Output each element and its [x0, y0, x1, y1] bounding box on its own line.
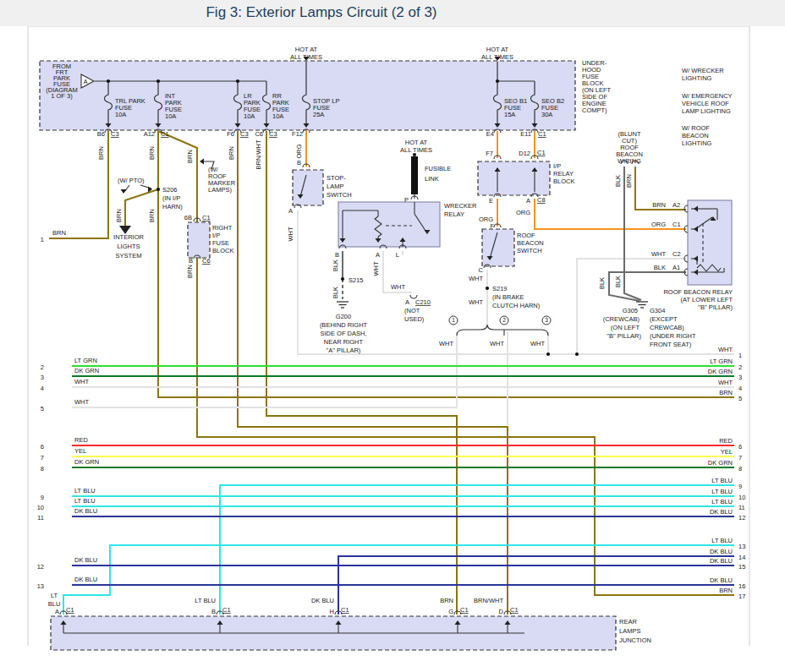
diagram-label: REAR [619, 618, 637, 626]
diagram-label: B6 [97, 130, 105, 138]
diagram-label: BRN/WHT [474, 597, 503, 604]
diagram-label: FRONT SEAT) [650, 341, 692, 348]
wire-row-number: 12 [738, 514, 745, 522]
wire-row-number: 7 [41, 454, 44, 462]
diagram-label: C1 [537, 149, 546, 156]
diagram-label: C1 [202, 214, 211, 221]
diagram-label: P [404, 196, 409, 204]
junction-dot [575, 352, 579, 356]
wiring-diagram: A123LT GRN2DK GRN3WHT4WHT5RED6YEL7DK GRN… [0, 26, 785, 672]
wire-row-color-label: LT BLU [711, 498, 733, 505]
diagram-label: RIGHT [212, 224, 233, 232]
wire-row-color-label: WHT [718, 379, 733, 386]
diagram-label: G305 [623, 307, 638, 314]
wire-row-number: 5 [41, 405, 44, 412]
diagram-label: C8 [537, 196, 546, 204]
wire-row-number: 2 [41, 363, 44, 371]
fusible-link-bar [411, 156, 418, 194]
diagram-label: C3 [269, 130, 277, 138]
diagram-label: BEACON [682, 132, 709, 139]
component-box [293, 170, 323, 205]
diagram-label: C1 [538, 130, 546, 138]
diagram-label: LAMPS [619, 627, 640, 635]
junction-dot [156, 79, 160, 83]
diagram-label: 10A [165, 112, 176, 120]
wire-row-color-label: WHT [74, 398, 89, 406]
wire-row-color-label: BRN [719, 587, 733, 594]
diagram-label: COMPT) [582, 107, 607, 114]
diagram-label: (CREWCAB) [603, 315, 640, 323]
diagram-label: LINK [425, 175, 439, 183]
diagram-label: C [479, 266, 484, 274]
diagram-label: "B" PILLAR) [698, 303, 733, 311]
diagram-label: BLK [654, 264, 666, 271]
diagram-label: ALL TIMES [481, 53, 513, 61]
diagram-label: 10A [244, 112, 255, 120]
diagram-label: W/ WRECKER [682, 67, 724, 74]
diagram-label: SWITCH [517, 247, 542, 254]
diagram-label: WHT [530, 340, 545, 347]
diagram-label: RELAY [444, 210, 464, 218]
diagram-label: (AT LOWER LEFT [681, 296, 733, 303]
diagram-label: "A" PILLAR) [327, 347, 361, 354]
wire-row-color-label: LT GRN [710, 358, 733, 365]
wire-row-number: 6 [738, 443, 742, 451]
diagram-label: BRN [115, 209, 123, 222]
diagram-label: C1 [510, 606, 519, 614]
diagram-label: FUSIBLE [425, 165, 451, 172]
junction-dot [496, 79, 499, 83]
circuit-a-label: A [84, 79, 88, 85]
diagram-label: BRN [625, 174, 633, 188]
diagram-label: BRN [186, 265, 194, 278]
diagram-label: 1 [41, 236, 44, 243]
diagram-label: "B" PILLAR) [607, 332, 641, 340]
wire-row-number: 5 [738, 395, 742, 402]
diagram-label: BLOCK [553, 178, 574, 185]
diagram-label: (BEHIND RIGHT [320, 321, 368, 329]
diagram-label: G200 [336, 313, 351, 320]
diagram-label: 25A [313, 111, 324, 118]
wire-row-color-label: DK BLU [710, 508, 733, 516]
wire-row-color-label: DK BLU [710, 548, 733, 555]
wire-row-number: 10 [738, 494, 745, 501]
diagram-label: A12 [144, 130, 155, 138]
diagram-label: SIDE OF DASH, [320, 330, 366, 337]
diagram-label: F7 [486, 150, 493, 157]
diagram-label: G304 [650, 307, 665, 314]
diagram-label: WRECKER [444, 202, 477, 210]
diagram-label: (NOT [404, 307, 420, 314]
diagram-label: WHT [469, 298, 483, 306]
diagram-label: C1 [341, 606, 349, 614]
wire-row-number: 9 [738, 483, 742, 490]
diagram-label: C6 [255, 130, 263, 138]
diagram-label: WHT [391, 283, 405, 291]
diagram-label: W/ ROOF [682, 124, 710, 132]
wire-row-color-label: YEL [74, 447, 86, 455]
diagram-label: B [189, 257, 193, 265]
diagram-label: BLK [332, 260, 339, 271]
diagram-label: (EXCEPT [650, 315, 678, 323]
diagram-label: (ON LEFT [611, 324, 640, 331]
arrowhead [121, 189, 127, 194]
diagram-label: SYSTEM [116, 252, 142, 260]
diagram-label: INTERIOR [113, 233, 144, 241]
junction-dot [341, 277, 344, 281]
diagram-label: LIGHTS [117, 243, 140, 250]
diagram-label: BRN [97, 146, 105, 160]
wire-row-number: 1 [738, 352, 742, 359]
diagram-label: WHT [469, 275, 483, 282]
diagram-label: WHT [651, 250, 666, 258]
wire-row-color-label: DK GRN [708, 459, 733, 467]
figure-title-bar: Fig 3: Exterior Lamps Circuit (2 of 3) [0, 0, 785, 26]
wire-row-number: 6 [41, 443, 44, 451]
diagram-label: C1 [161, 130, 169, 138]
diagram-label: SWITCH [327, 191, 352, 199]
diagram-label: C210 [415, 298, 431, 306]
wire-row-number: 3 [738, 374, 742, 381]
diagram-label: F [490, 222, 494, 230]
wire-row-color-label: YEL [721, 448, 733, 456]
diagram-label: ALL TIMES [400, 146, 432, 154]
diagram-label: 10A [115, 111, 126, 118]
component-box [482, 229, 514, 266]
wire-row-number: 9 [41, 494, 44, 501]
